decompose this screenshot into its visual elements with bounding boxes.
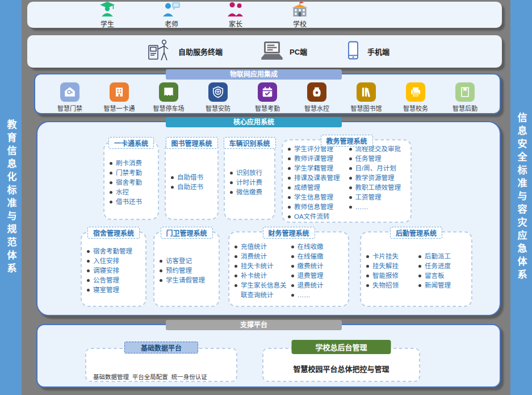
bullet-icon	[160, 279, 162, 282]
feature-label: 缴费统计	[298, 261, 324, 271]
feature-item: 公告管理	[87, 276, 144, 285]
bullet-icon	[349, 206, 352, 209]
feature-column: 宿舍考勤管理入住安排调寝安排公告管理寝室管理	[87, 247, 144, 295]
bullet-icon	[366, 265, 369, 268]
bullet-icon	[110, 191, 112, 194]
system-box-vehicle-system: 车辆识别系统识别放行计时计费微信缴费	[224, 142, 275, 220]
pc-icon	[260, 41, 284, 63]
bullet-icon	[230, 191, 233, 194]
bullet-icon	[349, 148, 352, 151]
feature-label: 学生家长信息关联查询统计	[241, 281, 290, 300]
bullet-icon	[288, 186, 291, 189]
parking-icon	[159, 82, 178, 102]
student-icon	[99, 1, 116, 19]
system-title-logistics-system: 后勤管理系统	[390, 227, 442, 239]
water-control-icon	[307, 82, 326, 102]
bullet-icon	[418, 255, 421, 258]
right-security-pillar: 信息安全标准与容灾应急体系	[510, 0, 532, 395]
feature-item: 水控	[110, 188, 156, 197]
feature-item: 刷卡消费	[110, 159, 156, 168]
phone-icon	[345, 41, 362, 63]
bullet-icon	[288, 167, 291, 170]
feature-item: 退费管理	[291, 271, 347, 281]
audience-item-school: 学校	[283, 1, 316, 28]
kiosk-icon	[146, 39, 173, 65]
feature-label: 任务进度	[425, 261, 451, 271]
bullet-icon	[288, 177, 291, 180]
system-box-academic-system: 教务管理系统学生评分管理教师评课管理学生学籍管理排课及课表管理成绩管理学生信息管…	[282, 139, 412, 223]
feature-label: 后勤派工	[425, 252, 451, 261]
bullet-icon	[288, 215, 291, 218]
feature-label: 教师评课管理	[294, 154, 333, 164]
bullet-icon	[110, 172, 112, 174]
feature-item: 识别放行	[230, 168, 273, 178]
system-box-logistics-system: 后勤管理系统卡片挂失挂失解挂智能报修失物招领后勤派工任务进度留言板新闻管理	[360, 231, 472, 307]
feature-label: 补卡统计	[241, 271, 267, 281]
bullet-icon	[110, 162, 112, 165]
system-feature-columns: 自助借书自助还书	[166, 168, 217, 193]
feature-item: 挂失卡统计	[234, 261, 290, 271]
terminal-item-kiosk: 自助服务终端	[146, 39, 223, 65]
feature-column: 充值统计消费统计挂失卡统计补卡统计学生家长信息关联查询统计	[234, 242, 290, 300]
system-title-dorm-system: 宿舍管理系统	[87, 227, 140, 239]
bullet-icon	[349, 167, 352, 170]
terminal-item-pc: PC端	[260, 41, 307, 63]
bullet-icon	[366, 275, 369, 277]
security-shield-icon	[208, 82, 228, 102]
audience-row: 学生老师家长学校	[27, 2, 502, 28]
feature-item: 后勤派工	[418, 252, 470, 261]
feature-item: 留言板	[418, 271, 470, 281]
iot-item-door-access: 智慧门禁	[51, 82, 89, 113]
bullet-icon	[291, 294, 294, 297]
feature-label: 教学资源管理	[355, 173, 395, 183]
feature-item: 成绩管理	[288, 183, 348, 193]
terminal-label-pc: PC端	[290, 46, 307, 57]
bullet-icon	[288, 157, 291, 160]
iot-label-library: 智慧图书馆	[351, 103, 382, 113]
bullet-icon	[234, 246, 237, 248]
bullet-icon	[87, 250, 90, 253]
feature-label: 预约管理	[166, 266, 192, 276]
system-title-library-system: 图书管理系统	[165, 137, 217, 149]
support-panel-header: 支撑平台	[166, 320, 342, 330]
door-access-icon	[60, 82, 79, 102]
terminal-label-mobile: 手机端	[367, 46, 389, 57]
base-feature-line-1: 基础数据管理 平台全局配置 统一身份认证	[93, 373, 232, 381]
bullet-icon	[288, 206, 291, 209]
support-platform-panel: 支撑平台 基础数据平台 基础数据管理 平台全局配置 统一身份认证 用户账户与权限…	[36, 324, 501, 388]
bullet-icon	[288, 196, 291, 199]
bullet-icon	[87, 279, 90, 282]
bullet-icon	[418, 284, 421, 287]
bullet-icon	[291, 246, 294, 248]
bullet-icon	[110, 201, 112, 203]
feature-item: 自助借书	[171, 173, 216, 182]
terminal-item-mobile: 手机端	[345, 41, 389, 63]
bullet-icon	[230, 172, 233, 174]
feature-item: 补卡统计	[234, 271, 290, 281]
iot-label-parking: 智慧停车场	[153, 103, 185, 113]
bullet-icon	[110, 181, 112, 184]
feature-item: 微信缴费	[230, 188, 273, 197]
audience-label-school: 学校	[293, 19, 307, 28]
core-systems-panel: 核心应用系统 一卡通系统刷卡消费门禁考勤宿舍考勤水控借书还书图书管理系统自助借书…	[36, 121, 501, 316]
feature-item: 宿舍考勤	[110, 178, 156, 188]
logistics-icon	[455, 82, 475, 102]
system-box-dorm-system: 宿舍管理系统宿舍考勤管理入住安排调寝安排公告管理寝室管理	[81, 231, 146, 307]
feature-label: 智能报修	[372, 271, 399, 281]
feature-item: 学生请假管理	[160, 276, 217, 285]
school-backoffice-title: 学校总后台管理	[291, 340, 391, 354]
bullet-icon	[366, 284, 369, 287]
feature-item: 退费统计	[291, 281, 347, 290]
feature-item: 充值统计	[234, 242, 290, 252]
left-pillar-label: 教育信息化标准与规范体系	[4, 119, 18, 276]
feature-label: 失物招领	[372, 281, 399, 290]
feature-item: 缴费统计	[291, 261, 347, 271]
iot-label-water-control: 智慧水控	[304, 103, 329, 113]
iot-label-attendance: 智慧考勤	[255, 103, 280, 113]
feature-item: 学生信息管理	[288, 193, 348, 202]
feature-item: 在线催缴	[291, 252, 347, 261]
feature-item: OA文件流转	[288, 212, 348, 222]
bullet-icon	[418, 265, 421, 268]
bullet-icon	[171, 176, 174, 179]
iot-item-attendance: 智慧考勤	[249, 82, 286, 113]
